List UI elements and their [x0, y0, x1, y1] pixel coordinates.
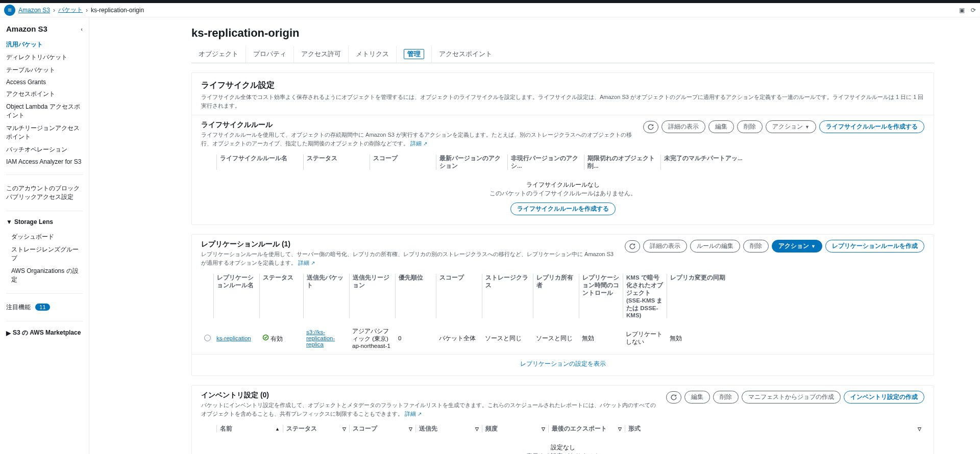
sidebar-item[interactable]: ダッシュボード: [11, 231, 83, 243]
replication-col-header[interactable]: ステータス: [259, 274, 303, 318]
inventory-desc: バケットにインベントリ設定を作成して、オブジェクトとメタデータのフラットファイル…: [201, 402, 656, 417]
sidebar: Amazon S3 ‹ 汎用バケットディレクトリバケットテーブルバケットAcce…: [0, 17, 89, 454]
tab-4[interactable]: 管理: [397, 46, 432, 63]
sidebar-item[interactable]: マルチリージョンアクセスポイント: [6, 122, 83, 143]
row-radio[interactable]: [204, 335, 211, 341]
sidebar-item[interactable]: Access Grants: [6, 77, 83, 88]
replication-col-header[interactable]: レプリケーション時間のコントロール: [579, 274, 623, 318]
caret-down-icon: ▼: [811, 244, 816, 249]
lifecycle-details-link[interactable]: 詳細: [410, 140, 427, 146]
replication-dest-bucket[interactable]: s3://ks-replication-replica: [306, 329, 335, 347]
caret-down-icon: ▼: [6, 218, 12, 225]
lifecycle-actions-button[interactable]: アクション▼: [766, 120, 816, 133]
replication-actions-button[interactable]: アクション▼: [772, 240, 822, 253]
tab-2[interactable]: アクセス許可: [294, 46, 349, 63]
lifecycle-col-header[interactable]: 非現行バージョンのアクシ...: [507, 155, 584, 170]
breadcrumb: ≡ Amazon S3 › バケット › ks-replication-orig…: [4, 5, 144, 16]
replication-view-settings-link[interactable]: レプリケーションの設定を表示: [520, 360, 606, 367]
replication-details-link[interactable]: 詳細: [298, 260, 315, 266]
replication-rule-name[interactable]: ks-replication: [216, 335, 251, 341]
inventory-delete-button[interactable]: 削除: [713, 391, 739, 403]
replication-refresh-button[interactable]: [625, 240, 640, 253]
breadcrumb-buckets[interactable]: バケット: [58, 6, 83, 14]
main-content: ks-replication-origin オブジェクトプロパティアクセス許可メ…: [89, 17, 980, 454]
inventory-create-button[interactable]: インベントリ設定の作成: [844, 391, 924, 403]
tab-1[interactable]: プロパティ: [246, 46, 294, 63]
replication-owner: ソースと同じ: [533, 335, 579, 342]
lifecycle-col-header[interactable]: ステータス: [303, 155, 370, 170]
inventory-col-header[interactable]: 頻度▽: [482, 425, 548, 433]
lifecycle-view-button[interactable]: 詳細の表示: [662, 120, 705, 133]
replication-col-header[interactable]: レプリカ所有者: [533, 274, 579, 318]
tab-5[interactable]: アクセスポイント: [432, 46, 499, 63]
inventory-col-header[interactable]: 名前▲: [216, 425, 283, 433]
inventory-col-header[interactable]: 最後のエクスポート▽: [548, 425, 625, 433]
sidebar-item[interactable]: ディレクトリバケット: [6, 51, 83, 64]
replication-table-header: レプリケーションルール名ステータス送信先バケット送信先リージョン優先順位スコープ…: [192, 270, 934, 322]
inventory-details-link[interactable]: 詳細: [405, 411, 422, 417]
replication-edit-rules-button[interactable]: ルールの編集: [690, 240, 740, 253]
tab-3[interactable]: メトリクス: [349, 46, 397, 63]
lifecycle-col-header[interactable]: スコープ: [370, 155, 436, 170]
sort-asc-icon: ▲: [275, 426, 280, 432]
lifecycle-col-header[interactable]: 未完了のマルチパートアッ...: [660, 155, 924, 170]
sidebar-featured[interactable]: 注目機能 11: [6, 301, 83, 314]
lifecycle-empty-create-button[interactable]: ライフサイクルルールを作成する: [510, 203, 616, 215]
inventory-count: (0): [260, 391, 269, 399]
refresh-icon[interactable]: ⟳: [971, 7, 976, 14]
lifecycle-col-header[interactable]: 期限切れのオブジェクト削...: [584, 155, 660, 170]
lifecycle-edit-button[interactable]: 編集: [708, 120, 734, 133]
lifecycle-col-header[interactable]: ライフサイクルルール名: [216, 155, 303, 170]
inventory-manifest-button[interactable]: マニフェストからジョブの作成: [742, 391, 841, 403]
lifecycle-delete-button[interactable]: 削除: [737, 120, 763, 133]
replication-col-header[interactable]: 優先順位: [395, 274, 436, 318]
sort-desc-icon: ▽: [475, 426, 479, 432]
sidebar-item[interactable]: テーブルバケット: [6, 64, 83, 77]
lifecycle-col-header[interactable]: 最新バージョンのアクション: [436, 155, 507, 170]
inventory-col-header[interactable]: 送信先▽: [415, 425, 482, 433]
replication-col-header[interactable]: ストレージクラス: [482, 274, 533, 318]
tab-0[interactable]: オブジェクト: [191, 46, 246, 63]
replication-status: 有効: [271, 336, 283, 342]
inventory-edit-button[interactable]: 編集: [684, 391, 710, 403]
lifecycle-create-button[interactable]: ライフサイクルルールを作成する: [819, 120, 924, 133]
sidebar-item[interactable]: アクセスポイント: [6, 88, 83, 100]
sidebar-item[interactable]: 汎用バケット: [6, 38, 83, 51]
breadcrumb-root[interactable]: Amazon S3: [18, 7, 50, 14]
sidebar-item[interactable]: ストレージレンズグループ: [11, 243, 83, 265]
lifecycle-refresh-button[interactable]: [643, 121, 658, 133]
inventory-col-header[interactable]: スコープ▽: [349, 425, 415, 433]
cloudshell-icon[interactable]: ▣: [959, 7, 965, 14]
replication-create-button[interactable]: レプリケーションルールを作成: [825, 240, 924, 253]
chevron-left-icon[interactable]: ‹: [81, 26, 83, 32]
inventory-panel: インベントリ設定 (0) バケットにインベントリ設定を作成して、オブジェクトとメ…: [191, 385, 934, 454]
sort-desc-icon: ▽: [918, 426, 921, 432]
replication-col-header[interactable]: KMS で暗号化されたオブジェクト (SSE-KMS または DSSE-KMS): [623, 274, 667, 318]
replication-storage-class: ソースと同じ: [482, 335, 533, 342]
menu-icon[interactable]: ≡: [4, 5, 15, 16]
lifecycle-table-header: ライフサイクルルール名ステータススコープ最新バージョンのアクション非現行バージョ…: [192, 150, 934, 174]
replication-col-header[interactable]: レプリカ変更の同期: [667, 274, 924, 318]
replication-col-header[interactable]: 送信先リージョン: [349, 274, 395, 318]
inventory-title: インベントリ設定: [201, 391, 258, 399]
replication-delete-button[interactable]: 削除: [743, 240, 769, 253]
sidebar-group-storage-lens[interactable]: ▼ Storage Lens: [6, 218, 83, 225]
replication-col-header[interactable]: スコープ: [436, 274, 482, 318]
sidebar-item[interactable]: Object Lambda アクセスポイント: [6, 100, 83, 122]
sidebar-marketplace[interactable]: ▶ S3 の AWS Marketplace: [6, 329, 83, 337]
replication-view-button[interactable]: 詳細の表示: [643, 240, 687, 253]
inventory-col-header[interactable]: 形式▽: [625, 425, 924, 433]
inventory-col-header[interactable]: ステータス▽: [283, 425, 349, 433]
replication-col-header[interactable]: レプリケーションルール名: [213, 274, 259, 318]
lifecycle-empty-state: ライフサイクルルールなし このバケットのライフサイクルルールはありません。 ライ…: [192, 174, 934, 224]
sidebar-item[interactable]: IAM Access Analyzer for S3: [6, 156, 83, 167]
inventory-refresh-button[interactable]: [666, 391, 681, 403]
sidebar-item[interactable]: AWS Organizations の設定: [11, 265, 83, 286]
lifecycle-rules-title: ライフサイクルルール: [201, 120, 638, 130]
replication-col-header[interactable]: 送信先バケット: [303, 274, 349, 318]
replication-panel: レプリケーションルール (1) レプリケーションルールを使用して、サーバー側の暗…: [191, 234, 934, 376]
breadcrumb-bar: ≡ Amazon S3 › バケット › ks-replication-orig…: [0, 3, 980, 17]
featured-count-badge: 11: [35, 304, 50, 311]
sidebar-item[interactable]: バッチオペレーション: [6, 143, 83, 156]
sidebar-block-public[interactable]: このアカウントのブロックパブリックアクセス設定: [6, 182, 83, 204]
